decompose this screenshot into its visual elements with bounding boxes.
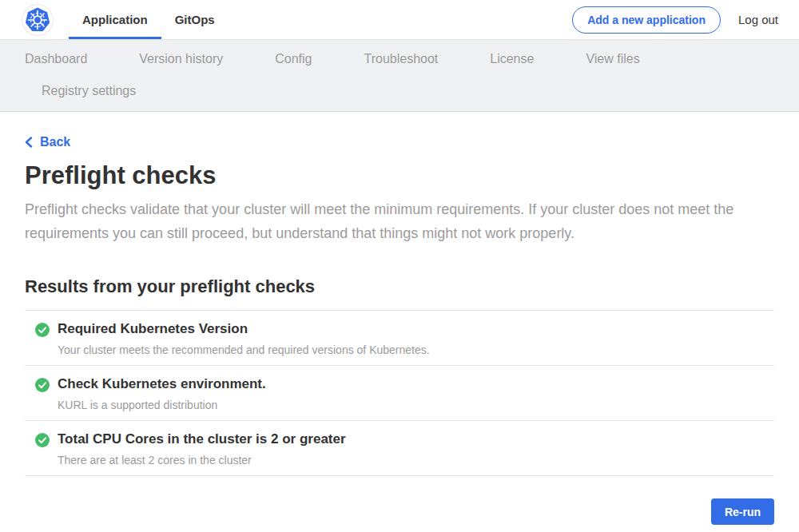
topnav-right: Add a new application Log out — [572, 0, 799, 39]
app-logo[interactable] — [22, 0, 54, 39]
kubernetes-logo — [22, 4, 54, 36]
tab-gitops-label: GitOps — [175, 13, 215, 26]
back-link[interactable]: Back — [25, 135, 70, 149]
back-label: Back — [40, 135, 70, 149]
subnav-item-config[interactable]: Config — [275, 51, 312, 67]
check-text: Check Kubernetes environment. KURL is a … — [58, 376, 266, 411]
subnav-item-dashboard[interactable]: Dashboard — [25, 51, 87, 67]
footer-actions: Re-run — [25, 498, 774, 525]
results-heading: Results from your preflight checks — [25, 276, 774, 297]
tab-application[interactable]: Application — [69, 0, 161, 39]
check-title: Total CPU Cores in the cluster is 2 or g… — [58, 431, 346, 447]
top-navbar: Application GitOps Add a new application… — [0, 0, 799, 40]
check-message: KURL is a supported distribution — [58, 399, 266, 411]
chevron-left-icon — [25, 137, 33, 148]
subnav-item-version-history[interactable]: Version history — [139, 51, 223, 67]
page-description: Preflight checks validate that your clus… — [25, 197, 774, 245]
topnav-tabs: Application GitOps — [69, 0, 229, 39]
rerun-button[interactable]: Re-run — [711, 498, 774, 525]
subnav-item-registry-settings[interactable]: Registry settings — [42, 83, 136, 99]
check-message: There are at least 2 cores in the cluste… — [58, 454, 346, 466]
preflight-check-row: Check Kubernetes environment. KURL is a … — [25, 366, 774, 421]
subnav-item-troubleshoot[interactable]: Troubleshoot — [364, 51, 438, 67]
page-title: Preflight checks — [25, 161, 774, 190]
tab-application-label: Application — [82, 13, 148, 26]
check-message: Your cluster meets the recommended and r… — [58, 343, 430, 356]
check-circle-icon — [35, 323, 50, 337]
logout-link[interactable]: Log out — [738, 13, 778, 26]
check-circle-icon — [35, 378, 50, 392]
main-content: Back Preflight checks Preflight checks v… — [0, 112, 799, 525]
check-text: Required Kubernetes Version Your cluster… — [58, 321, 430, 356]
add-new-application-button[interactable]: Add a new application — [572, 6, 721, 34]
preflight-check-row: Required Kubernetes Version Your cluster… — [25, 311, 774, 366]
preflight-results-list: Required Kubernetes Version Your cluster… — [25, 310, 774, 476]
subnav-item-view-files[interactable]: View files — [586, 51, 639, 67]
check-title: Required Kubernetes Version — [58, 321, 430, 337]
check-title: Check Kubernetes environment. — [58, 376, 266, 392]
subnav-item-license[interactable]: License — [490, 51, 534, 67]
tab-gitops[interactable]: GitOps — [161, 0, 229, 39]
check-text: Total CPU Cores in the cluster is 2 or g… — [58, 431, 346, 466]
app-subnav: Dashboard Version history Config Trouble… — [0, 40, 799, 112]
check-circle-icon — [35, 433, 50, 447]
preflight-check-row: Total CPU Cores in the cluster is 2 or g… — [25, 421, 774, 476]
